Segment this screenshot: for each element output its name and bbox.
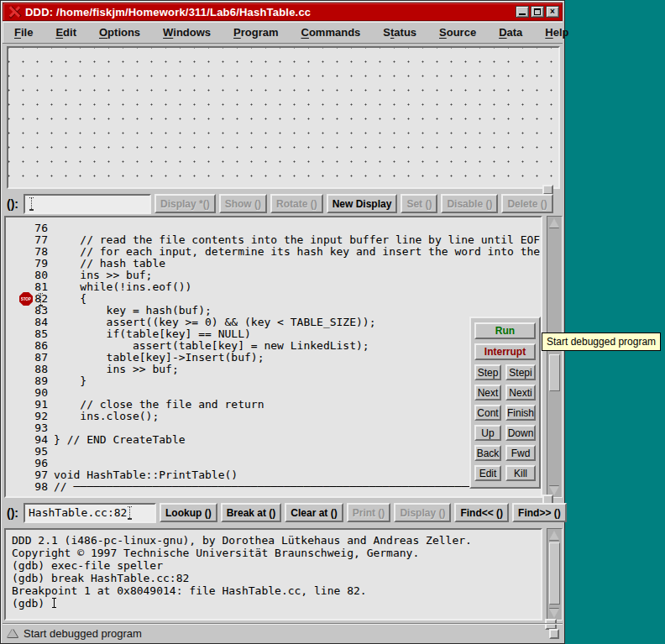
argument-label: (): (4, 197, 20, 211)
step-button[interactable]: Step (474, 364, 501, 380)
console-scrollbar[interactable] (547, 528, 563, 620)
scroll-up-icon[interactable] (549, 218, 559, 228)
source-line[interactable]: 89 } (6, 375, 541, 387)
text-cursor (29, 197, 34, 211)
console-line: DDD 2.1 (i486-pc-linux-gnu), by Dorothea… (12, 534, 541, 547)
source-line[interactable]: 94} // END CreateTable (6, 434, 541, 446)
argument-label: (): (4, 506, 20, 520)
gdb-console[interactable]: DDD 2.1 (i486-pc-linux-gnu), by Dorothea… (4, 528, 542, 620)
source-line-breakpoint[interactable]: 82 { (6, 293, 541, 305)
delete-button: Delete () (501, 194, 552, 213)
menu-windows[interactable]: Windows (163, 26, 211, 39)
x-logo-icon (8, 6, 21, 18)
rotate-button: Rotate () (270, 194, 323, 213)
source-line[interactable]: 87 table[key]->Insert(buf); (6, 352, 541, 364)
desktop: DDD: /home/fiskjm/Homework/311/Lab6/Hash… (0, 0, 665, 644)
display-toolbar: (): Display *() Show () Rotate () New Di… (4, 192, 561, 215)
source-line[interactable]: 85 if(table[key] == NULL) (6, 328, 541, 340)
maximize-button[interactable] (531, 6, 544, 18)
menu-edit[interactable]: Edit (55, 26, 76, 39)
run-button[interactable]: Run (474, 322, 536, 339)
console-scrollbar-thumb[interactable] (549, 542, 560, 605)
menu-status[interactable]: Status (383, 26, 416, 39)
menu-file[interactable]: File (14, 26, 33, 39)
status-text: Start debugged program (24, 627, 142, 640)
source-line[interactable]: 78 // for each input, determine its hash… (6, 246, 541, 258)
source-line[interactable]: 97void HashTable::PrintTable() (6, 469, 541, 481)
back-button[interactable]: Back (474, 445, 501, 461)
source-line[interactable]: 80 ins >> buf; (6, 270, 541, 281)
finish-button[interactable]: Finish (505, 405, 536, 421)
kill-button[interactable]: Kill (505, 465, 536, 481)
menu-help[interactable]: Help (545, 26, 568, 39)
source-line[interactable]: 76 (6, 223, 541, 234)
next-button[interactable]: Next (474, 385, 501, 401)
scroll-up-icon[interactable] (549, 531, 559, 540)
gdb-text-cursor (51, 598, 57, 608)
console-line: (gdb) exec-file speller (12, 559, 541, 572)
console-line: Copyright © 1997 Technische Universität … (12, 547, 541, 559)
source-line[interactable]: 96 (6, 458, 541, 469)
source-line[interactable]: 98// ───────────────────────────────────… (6, 481, 541, 493)
close-button[interactable]: × (546, 6, 559, 18)
source-argument-input[interactable]: HashTable.cc:82 (24, 503, 156, 523)
data-display-canvas[interactable] (7, 46, 560, 189)
source-line[interactable]: 84 assert((key >= 0) && (key < TABLE_SIZ… (6, 317, 541, 328)
source-toolbar: (): HashTable.cc:82 Lookup () Break at (… (4, 501, 561, 524)
scroll-down-icon[interactable] (549, 609, 559, 618)
edit-button[interactable]: Edit (474, 465, 501, 481)
source-line[interactable]: 79 // hash table (6, 258, 541, 270)
title-bar[interactable]: DDD: /home/fiskjm/Homework/311/Lab6/Hash… (3, 3, 563, 21)
source-line[interactable]: 91 // close the file and return (6, 399, 541, 411)
menu-data[interactable]: Data (499, 26, 522, 39)
source-line[interactable]: 93 (6, 422, 541, 434)
menu-program[interactable]: Program (233, 26, 278, 39)
menu-source[interactable]: Source (439, 26, 476, 39)
break-at-button[interactable]: Break at () (221, 503, 282, 522)
close-icon: × (550, 8, 555, 16)
menu-bar: File Edit Options Windows Program Comman… (3, 22, 563, 44)
source-line[interactable]: 95 (6, 446, 541, 458)
find-forward-button[interactable]: Find>> () (512, 503, 567, 522)
menu-commands[interactable]: Commands (301, 26, 361, 39)
cont-button[interactable]: Cont (474, 405, 501, 421)
set-button: Set () (401, 194, 437, 213)
display-argument-input[interactable] (24, 194, 151, 214)
nexti-button[interactable]: Nexti (505, 385, 536, 401)
display-button: Display () (394, 503, 451, 522)
source-code-view[interactable]: 76 77 // read the file contents into the… (4, 216, 542, 498)
source-line[interactable]: 92 ins.close(); (6, 411, 541, 422)
command-tool-panel: Run Interrupt Step Stepi Next Nexti Cont… (469, 317, 541, 489)
status-bar: Start debugged program (3, 623, 563, 642)
down-button[interactable]: Down (505, 425, 536, 441)
stepi-button[interactable]: Stepi (505, 364, 536, 380)
print-button: Print () (347, 503, 391, 522)
console-line: Breakpoint 1 at 0x8049014: file HashTabl… (12, 584, 541, 597)
status-triangle-icon[interactable] (8, 629, 18, 637)
new-display-button[interactable]: New Display (327, 194, 398, 213)
source-line[interactable]: 88 ins >> buf; (6, 364, 541, 375)
find-backward-button[interactable]: Find<< () (454, 503, 509, 522)
text-cursor (127, 506, 133, 520)
minimize-icon (519, 9, 526, 15)
fwd-button[interactable]: Fwd (505, 445, 536, 461)
disable-button: Disable () (441, 194, 498, 213)
source-line[interactable]: 83 key = hash(buf); (6, 305, 541, 317)
source-text-cursor (38, 293, 44, 306)
minimize-button[interactable] (516, 6, 529, 18)
lookup-button[interactable]: Lookup () (160, 503, 217, 522)
menu-options[interactable]: Options (99, 26, 140, 39)
window-title: DDD: /home/fiskjm/Homework/311/Lab6/Hash… (25, 6, 516, 18)
console-prompt-line[interactable]: (gdb) (12, 597, 541, 610)
up-button[interactable]: Up (474, 425, 501, 441)
source-line[interactable]: 86 assert(table[key] = new LinkedList); (6, 340, 541, 352)
source-line[interactable]: 90 (6, 387, 541, 399)
source-line[interactable]: 81 while(!ins.eof()) (6, 281, 541, 293)
show-button: Show () (219, 194, 267, 213)
source-scrollbar[interactable] (547, 216, 563, 498)
source-line[interactable]: 77 // read the file contents into the in… (6, 234, 541, 246)
tooltip: Start debugged program (542, 332, 661, 351)
clear-at-button[interactable]: Clear at () (285, 503, 343, 522)
source-scrollbar-thumb[interactable] (549, 354, 560, 391)
interrupt-button[interactable]: Interrupt (474, 343, 536, 360)
